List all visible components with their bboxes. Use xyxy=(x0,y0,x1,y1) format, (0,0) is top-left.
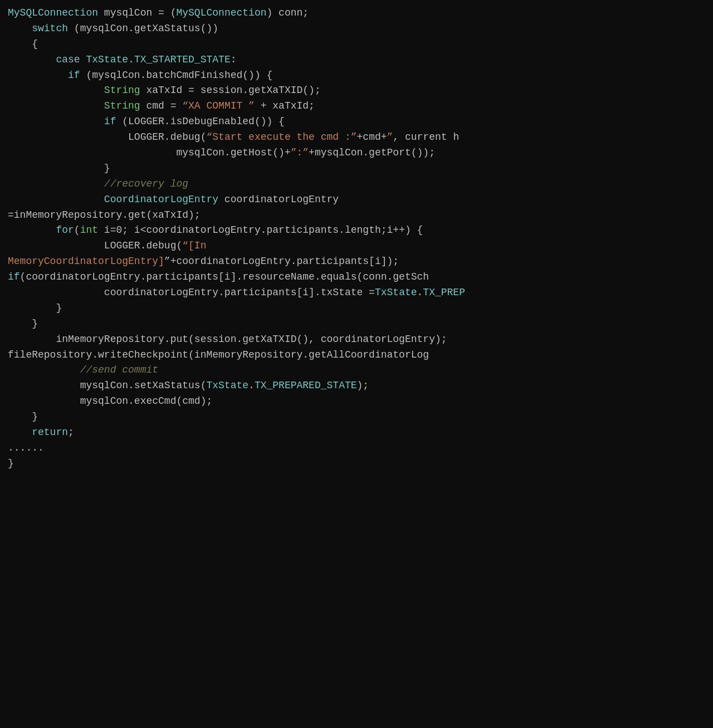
code-viewer: MySQLConnection mysqlCon = (MySQLConnect… xyxy=(8,6,705,472)
code-text: MySQLConnection xyxy=(8,7,98,18)
